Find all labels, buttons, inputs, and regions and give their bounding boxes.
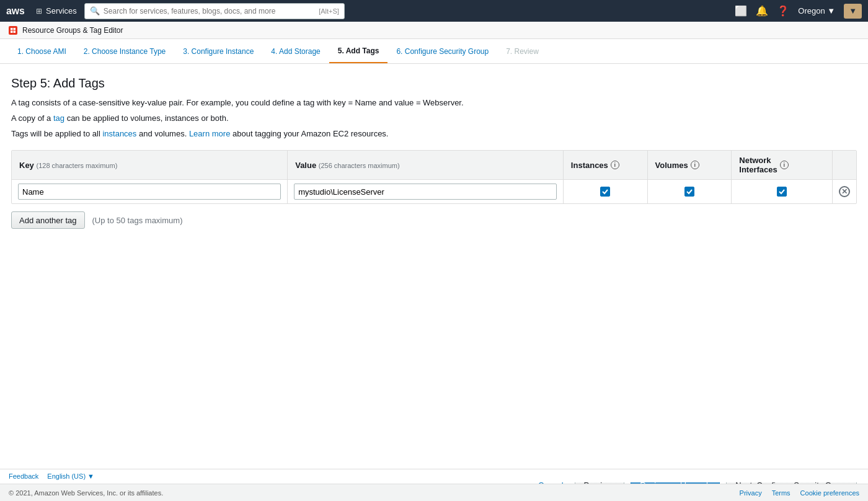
aws-logo[interactable]: aws xyxy=(6,4,29,18)
col-header-instances: Instances i xyxy=(563,151,647,180)
step-choose-instance-type[interactable]: 2. Choose Instance Type xyxy=(75,39,175,63)
network-checkbox[interactable] xyxy=(777,187,787,197)
svg-text:aws: aws xyxy=(6,6,25,16)
tag-link-1[interactable]: tag xyxy=(53,113,64,123)
search-icon: 🔍 xyxy=(90,6,100,16)
instances-info-icon[interactable]: i xyxy=(611,161,619,169)
network-checkbox-cell xyxy=(732,180,833,204)
col-header-value: Value (256 characters maximum) xyxy=(288,151,564,180)
col-header-volumes: Volumes i xyxy=(647,151,732,180)
add-tag-hint: (Up to 50 tags maximum) xyxy=(92,216,183,225)
resource-bar-label: Resource Groups & Tag Editor xyxy=(22,26,123,35)
table-row: ✕ xyxy=(12,180,856,204)
tag-key-cell xyxy=(12,180,288,204)
bell-icon[interactable]: 🔔 xyxy=(756,5,768,17)
account-menu[interactable]: ▼ xyxy=(844,4,862,19)
step-add-storage[interactable]: 4. Add Storage xyxy=(262,39,329,63)
add-tag-section: Add another tag (Up to 50 tags maximum) xyxy=(11,211,857,229)
services-menu[interactable]: ⊞ Services xyxy=(36,6,77,16)
step-configure-instance[interactable]: 3. Configure Instance xyxy=(174,39,262,63)
tag-key-input[interactable] xyxy=(18,184,281,200)
step-choose-ami[interactable]: 1. Choose AMI xyxy=(9,39,75,63)
wizard-steps: 1. Choose AMI 2. Choose Instance Type 3.… xyxy=(0,39,868,64)
tag-value-cell xyxy=(288,180,564,204)
search-input[interactable] xyxy=(104,7,315,16)
col-header-delete xyxy=(833,151,857,180)
instances-link[interactable]: instances xyxy=(102,129,136,138)
svg-rect-1 xyxy=(11,28,13,30)
resource-bar: Resource Groups & Tag Editor xyxy=(0,22,868,39)
main-content: Step 5: Add Tags A tag consists of a cas… xyxy=(0,64,868,241)
value-helper-text: (256 characters maximum) xyxy=(319,162,400,169)
step-review: 7. Review xyxy=(497,39,547,63)
volumes-checkbox-cell xyxy=(647,180,732,204)
terminal-icon[interactable]: ⬜ xyxy=(735,5,747,17)
tags-table-wrapper: Key (128 characters maximum) Value (256 … xyxy=(11,150,857,204)
learn-more-link[interactable]: Learn more xyxy=(189,129,230,138)
tag-value-input[interactable] xyxy=(294,184,557,200)
description-line-1: A tag consists of a case-sensitive key-v… xyxy=(11,97,857,110)
instances-checkbox-cell xyxy=(563,180,647,204)
col-header-network: Network Interfaces i xyxy=(732,151,833,180)
resource-groups-icon xyxy=(9,26,17,35)
description-line-2: A copy of a tag can be applied to volume… xyxy=(11,112,857,125)
region-selector[interactable]: Oregon ▼ xyxy=(798,6,835,16)
instances-checkbox[interactable] xyxy=(600,187,610,197)
key-helper-text: (128 characters maximum) xyxy=(36,162,117,169)
step-add-tags[interactable]: 5. Add Tags xyxy=(329,39,388,63)
svg-rect-2 xyxy=(14,28,16,30)
delete-cell: ✕ xyxy=(833,180,857,204)
delete-icon: ✕ xyxy=(839,186,850,197)
top-navigation: aws ⊞ Services 🔍 [Alt+S] ⬜ 🔔 ❓ Oregon ▼ … xyxy=(0,0,868,22)
network-info-icon[interactable]: i xyxy=(780,161,789,169)
svg-rect-3 xyxy=(11,30,13,33)
volumes-checkbox[interactable] xyxy=(684,187,694,197)
step-security-group[interactable]: 6. Configure Security Group xyxy=(388,39,497,63)
delete-tag-button[interactable]: ✕ xyxy=(839,186,850,197)
help-icon[interactable]: ❓ xyxy=(777,5,789,17)
add-another-tag-button[interactable]: Add another tag xyxy=(11,211,85,229)
col-header-key: Key (128 characters maximum) xyxy=(12,151,288,180)
page-title: Step 5: Add Tags xyxy=(11,76,857,91)
search-bar: 🔍 [Alt+S] xyxy=(84,3,345,19)
tags-table: Key (128 characters maximum) Value (256 … xyxy=(12,151,856,203)
description-line-3: Tags will be applied to all instances an… xyxy=(11,128,857,141)
search-shortcut: [Alt+S] xyxy=(319,7,339,15)
svg-rect-4 xyxy=(14,30,16,33)
volumes-info-icon[interactable]: i xyxy=(691,161,699,169)
nav-right: ⬜ 🔔 ❓ Oregon ▼ ▼ xyxy=(735,4,862,19)
